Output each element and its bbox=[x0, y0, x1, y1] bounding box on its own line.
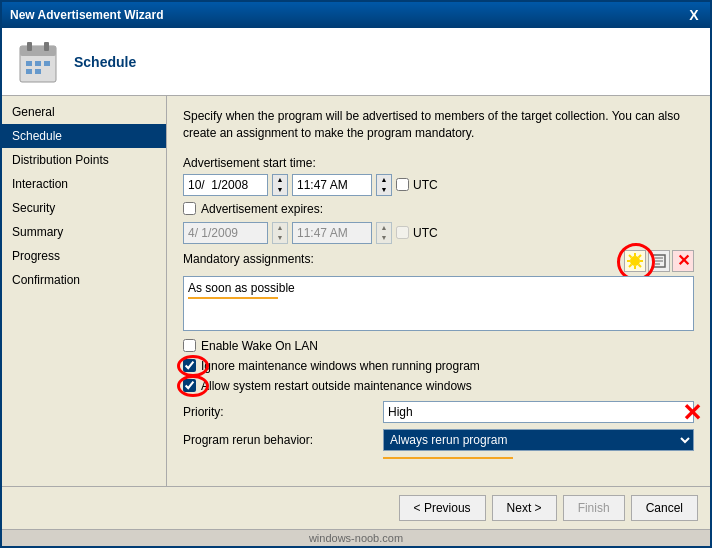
edit-mandatory-button[interactable] bbox=[648, 250, 670, 272]
main-panel: Specify when the program will be adverti… bbox=[167, 96, 710, 486]
svg-line-14 bbox=[629, 255, 632, 258]
sidebar-item-confirmation[interactable]: Confirmation bbox=[2, 268, 166, 292]
mandatory-header: Mandatory assignments: bbox=[183, 250, 694, 272]
allow-restart-checkbox[interactable] bbox=[183, 379, 196, 392]
expires-checkbox[interactable] bbox=[183, 202, 196, 215]
svg-rect-6 bbox=[44, 61, 50, 66]
expires-date-spinner-up[interactable]: ▲ bbox=[273, 223, 287, 233]
svg-rect-7 bbox=[26, 69, 32, 74]
wake-on-lan-checkbox[interactable] bbox=[183, 339, 196, 352]
sidebar-item-schedule[interactable]: Schedule bbox=[2, 124, 166, 148]
sidebar: General Schedule Distribution Points Int… bbox=[2, 96, 167, 486]
wake-on-lan-row: Enable Wake On LAN bbox=[183, 339, 694, 353]
advert-expires-time[interactable] bbox=[292, 222, 372, 244]
mandatory-item[interactable]: As soon as possible bbox=[188, 281, 689, 295]
title-bar: New Advertisement Wizard X bbox=[2, 2, 710, 28]
advert-expires-group: ▲ ▼ ▲ ▼ UTC bbox=[183, 222, 694, 244]
finish-button[interactable]: Finish bbox=[563, 495, 625, 521]
utc-group: UTC bbox=[396, 178, 438, 192]
sidebar-item-security[interactable]: Security bbox=[2, 196, 166, 220]
sun-icon bbox=[626, 252, 644, 270]
delete-x-icon: ✕ bbox=[677, 251, 690, 270]
advert-start-label: Advertisement start time: bbox=[183, 156, 694, 170]
sidebar-item-progress[interactable]: Progress bbox=[2, 244, 166, 268]
allow-restart-row: Allow system restart outside maintenance… bbox=[183, 379, 694, 393]
expires-row: Advertisement expires: bbox=[183, 202, 694, 216]
ignore-maint-label: Ignore maintenance windows when running … bbox=[201, 359, 480, 373]
sidebar-item-interaction[interactable]: Interaction bbox=[2, 172, 166, 196]
sidebar-item-summary[interactable]: Summary bbox=[2, 220, 166, 244]
time-spinner[interactable]: ▲ ▼ bbox=[376, 174, 392, 196]
watermark-text: windows-noob.com bbox=[309, 532, 403, 544]
utc-checkbox[interactable] bbox=[396, 178, 409, 191]
priority-row: Priority: ✕ bbox=[183, 401, 694, 423]
advert-expires-date[interactable] bbox=[183, 222, 268, 244]
expires-date-spinner: ▲ ▼ bbox=[272, 222, 288, 244]
schedule-icon bbox=[14, 38, 62, 86]
expires-time-spinner-down[interactable]: ▼ bbox=[377, 233, 391, 243]
svg-rect-3 bbox=[44, 42, 49, 51]
expires-time-spinner-up[interactable]: ▲ bbox=[377, 223, 391, 233]
main-window: New Advertisement Wizard X Schedule Gene… bbox=[0, 0, 712, 548]
utc-label: UTC bbox=[413, 178, 438, 192]
sidebar-item-distribution-points[interactable]: Distribution Points bbox=[2, 148, 166, 172]
time-spinner-down[interactable]: ▼ bbox=[377, 185, 391, 195]
watermark: windows-noob.com bbox=[2, 529, 710, 546]
advert-start-time[interactable] bbox=[292, 174, 372, 196]
mandatory-underline bbox=[188, 297, 278, 299]
svg-rect-8 bbox=[35, 69, 41, 74]
svg-rect-5 bbox=[35, 61, 41, 66]
advert-expires-label: Advertisement expires: bbox=[201, 202, 323, 216]
utc2-checkbox[interactable] bbox=[396, 226, 409, 239]
previous-button[interactable]: < Previous bbox=[399, 495, 486, 521]
mandatory-toolbar: ✕ bbox=[624, 250, 694, 272]
ignore-maint-checkbox[interactable] bbox=[183, 359, 196, 372]
mandatory-label: Mandatory assignments: bbox=[183, 252, 314, 266]
utc2-group: UTC bbox=[396, 226, 438, 240]
content-area: General Schedule Distribution Points Int… bbox=[2, 96, 710, 486]
allow-restart-label: Allow system restart outside maintenance… bbox=[201, 379, 472, 393]
edit-icon bbox=[651, 253, 667, 269]
wake-on-lan-label: Enable Wake On LAN bbox=[201, 339, 318, 353]
header-area: Schedule bbox=[2, 28, 710, 96]
svg-line-16 bbox=[639, 255, 642, 258]
close-button[interactable]: X bbox=[686, 7, 702, 23]
advert-start-group: ▲ ▼ ▲ ▼ UTC bbox=[183, 174, 694, 196]
priority-input[interactable] bbox=[383, 401, 694, 423]
window-title: New Advertisement Wizard bbox=[10, 8, 164, 22]
mandatory-list: As soon as possible bbox=[183, 276, 694, 331]
date-spinner-up[interactable]: ▲ bbox=[273, 175, 287, 185]
ignore-maint-row: Ignore maintenance windows when running … bbox=[183, 359, 694, 373]
header-title: Schedule bbox=[74, 54, 136, 70]
svg-rect-4 bbox=[26, 61, 32, 66]
footer: < Previous Next > Finish Cancel bbox=[2, 486, 710, 529]
next-button[interactable]: Next > bbox=[492, 495, 557, 521]
rerun-select[interactable]: Always rerun program Never rerun adverti… bbox=[383, 429, 694, 451]
date-spinner-down[interactable]: ▼ bbox=[273, 185, 287, 195]
rerun-underline bbox=[383, 457, 513, 459]
utc2-label: UTC bbox=[413, 226, 438, 240]
rerun-label: Program rerun behavior: bbox=[183, 433, 383, 447]
expires-date-spinner-down[interactable]: ▼ bbox=[273, 233, 287, 243]
svg-rect-2 bbox=[27, 42, 32, 51]
rerun-row: Program rerun behavior: Always rerun pro… bbox=[183, 429, 694, 451]
expires-time-spinner: ▲ ▼ bbox=[376, 222, 392, 244]
description-text: Specify when the program will be adverti… bbox=[183, 108, 694, 142]
svg-line-17 bbox=[629, 264, 632, 267]
sidebar-item-general[interactable]: General bbox=[2, 100, 166, 124]
priority-label: Priority: bbox=[183, 405, 383, 419]
add-mandatory-button[interactable] bbox=[624, 250, 646, 272]
delete-mandatory-button[interactable]: ✕ bbox=[672, 250, 694, 272]
date-spinner[interactable]: ▲ ▼ bbox=[272, 174, 288, 196]
svg-rect-1 bbox=[20, 46, 56, 56]
time-spinner-up[interactable]: ▲ bbox=[377, 175, 391, 185]
cancel-button[interactable]: Cancel bbox=[631, 495, 698, 521]
svg-line-15 bbox=[639, 264, 642, 267]
advert-start-date[interactable] bbox=[183, 174, 268, 196]
